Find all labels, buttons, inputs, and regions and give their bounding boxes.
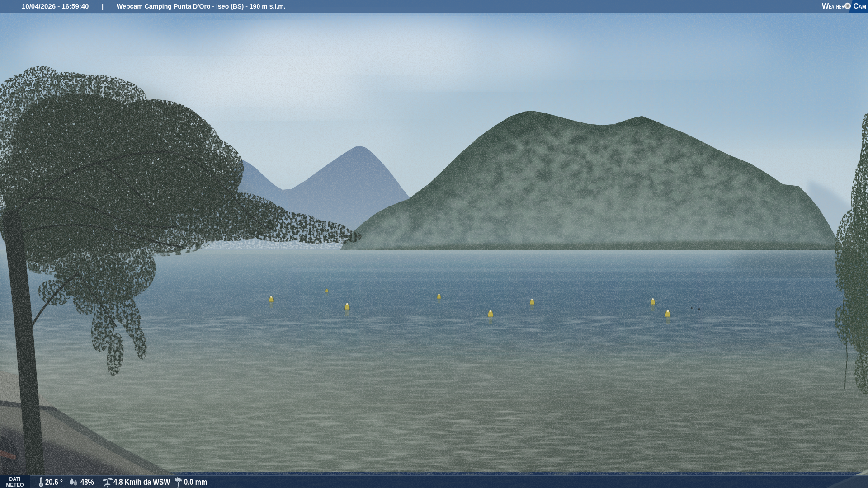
svg-text:W: W — [822, 2, 829, 10]
svg-text:C: C — [854, 2, 859, 10]
svg-text:EATHER: EATHER — [829, 4, 844, 10]
svg-text:AM: AM — [859, 4, 866, 10]
